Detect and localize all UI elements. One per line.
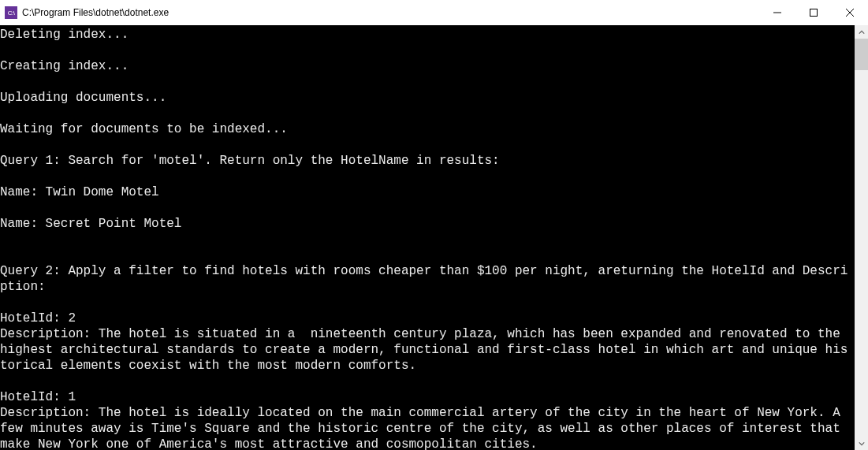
app-icon-label: C:\ [8, 9, 15, 17]
console-area: Deleting index... Creating index... Uplo… [0, 25, 868, 450]
console-output[interactable]: Deleting index... Creating index... Uplo… [0, 25, 855, 450]
window-titlebar: C:\ C:\Program Files\dotnet\dotnet.exe [0, 0, 868, 25]
chevron-up-icon [859, 29, 865, 35]
close-icon [846, 9, 854, 17]
window-controls [759, 0, 868, 25]
scroll-down-button[interactable] [855, 437, 868, 450]
vertical-scrollbar[interactable] [855, 25, 868, 450]
close-button[interactable] [832, 0, 868, 25]
scroll-up-button[interactable] [855, 25, 868, 39]
window-title: C:\Program Files\dotnet\dotnet.exe [22, 7, 759, 18]
maximize-icon [810, 9, 818, 17]
minimize-icon [773, 9, 781, 17]
scroll-track[interactable] [855, 39, 868, 437]
svg-rect-1 [810, 9, 818, 17]
minimize-button[interactable] [759, 0, 795, 25]
chevron-down-icon [859, 441, 865, 447]
maximize-button[interactable] [795, 0, 832, 25]
scroll-thumb[interactable] [855, 39, 868, 70]
app-icon: C:\ [5, 6, 17, 19]
